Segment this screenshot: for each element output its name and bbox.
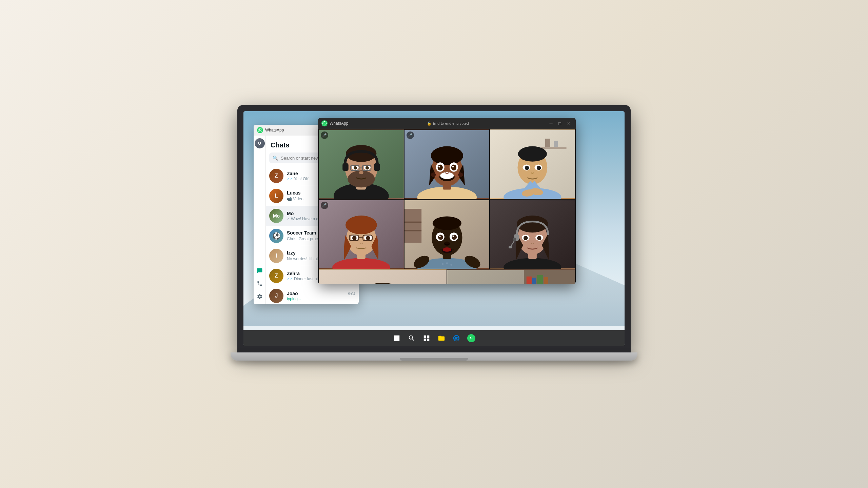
svg-point-68 [452,235,457,240]
svg-point-41 [525,166,529,170]
svg-rect-91 [319,270,447,284]
laptop: WhatsApp ─ □ ✕ U [231,105,637,383]
participant-1-video [319,129,404,199]
svg-rect-34 [554,141,558,147]
mute-indicator-4: 🎤 [321,202,328,209]
chat-name-zehra: Zehra [287,271,300,276]
edge-browser-button[interactable] [450,332,462,344]
call-minimize-button[interactable]: ─ [547,120,555,127]
chat-preview-zane: ✓✓ Yes! OK [287,177,309,181]
sidebar-calls-icon[interactable] [255,279,265,289]
video-cell-4: 🎤 [319,200,404,269]
encryption-label: 🔒 End-to-end encrypted [427,121,469,126]
svg-point-26 [451,165,456,171]
video-call-window: WhatsApp 🔒 End-to-end encrypted ─ □ ✕ [318,118,576,284]
svg-point-77 [446,262,448,264]
whatsapp-taskbar-button[interactable] [465,332,477,344]
sidebar-chats-icon[interactable] [255,266,265,276]
call-title-left: WhatsApp [321,120,348,126]
svg-rect-14 [342,163,349,171]
svg-rect-32 [541,147,567,149]
avatar-zane: Z [269,169,283,183]
task-view-button[interactable] [420,332,433,344]
video-cell-7 [319,269,447,284]
mute-indicator-2: 🎤 [407,131,414,139]
svg-point-25 [437,165,442,171]
chat-preview-joao: typing... [287,297,301,301]
svg-rect-111 [527,277,532,284]
call-whatsapp-logo [321,120,328,126]
participant-7-video [319,269,447,284]
svg-point-67 [438,235,443,240]
call-maximize-button[interactable]: □ [556,120,564,127]
svg-point-49 [346,216,377,234]
svg-rect-112 [532,278,536,284]
svg-point-20 [431,146,463,165]
screen: WhatsApp ─ □ ✕ U [243,111,625,346]
svg-point-70 [452,236,454,237]
profile-avatar[interactable]: U [255,138,265,148]
svg-point-9 [366,166,369,170]
svg-point-22 [440,172,454,179]
svg-point-27 [438,166,440,167]
svg-point-13 [359,171,363,174]
screen-bezel: WhatsApp ─ □ ✕ U [237,105,631,352]
svg-point-52 [352,236,357,240]
svg-rect-33 [545,139,550,147]
chat-item-joao[interactable]: J Joao 9:04 typing... [266,286,359,304]
svg-rect-89 [513,238,516,241]
windows-start-button[interactable] [391,332,403,344]
avatar-izzy: I [269,249,283,263]
video-cell-1: 🎤 [319,129,404,199]
svg-rect-59 [405,221,421,223]
svg-point-28 [452,166,454,167]
file-explorer-button[interactable] [435,332,448,344]
search-taskbar-button[interactable] [406,332,418,344]
svg-rect-58 [405,209,421,243]
call-window-title: WhatsApp [330,121,348,126]
search-icon: 🔍 [273,156,278,161]
svg-point-42 [537,166,541,170]
chat-name-joao: Joao [287,291,298,296]
video-cell-6 [490,200,575,269]
svg-point-38 [518,146,547,162]
video-cell-5 [405,200,490,269]
svg-point-78 [450,264,452,266]
svg-rect-114 [544,277,548,284]
svg-point-53 [366,236,370,240]
svg-point-76 [442,263,443,265]
avatar-soccer: ⚽ [269,229,283,243]
participant-3-video [490,129,575,199]
call-window-controls: ─ □ ✕ [547,120,572,127]
chat-name-zane: Zane [287,171,298,176]
call-close-button[interactable]: ✕ [565,120,572,127]
mute-indicator-1: 🎤 [321,131,328,139]
taskbar [243,330,625,346]
sidebar-settings-icon[interactable] [255,291,265,302]
svg-point-64 [432,216,461,230]
whatsapp-logo-icon [257,127,263,133]
desktop-background: WhatsApp ─ □ ✕ U [243,111,625,346]
whatsapp-sidebar: U [254,136,266,304]
participant-6-video [490,200,575,269]
title-left: WhatsApp [257,127,284,133]
participant-8-video [447,269,575,284]
svg-point-30 [455,172,463,177]
svg-point-73 [442,247,451,252]
video-grid: 🎤 [318,129,576,284]
svg-point-29 [431,172,439,177]
video-cell-2: 🎤 [405,129,490,199]
chat-name-soccer: Soccer Team [287,230,316,236]
video-row-3 [319,269,575,284]
svg-point-69 [439,236,440,237]
video-cell-3 [490,129,575,199]
avatar-mo: Mo [269,209,283,223]
svg-point-8 [354,166,357,170]
video-cell-8 [447,269,575,284]
svg-rect-60 [405,230,421,231]
lock-icon: 🔒 [427,121,432,126]
avatar-joao: J [269,289,283,303]
chat-preview-lucas: 📹 Video [287,197,303,201]
chat-info-joao: Joao 9:04 typing... [287,291,355,301]
participant-2-video [405,129,490,199]
